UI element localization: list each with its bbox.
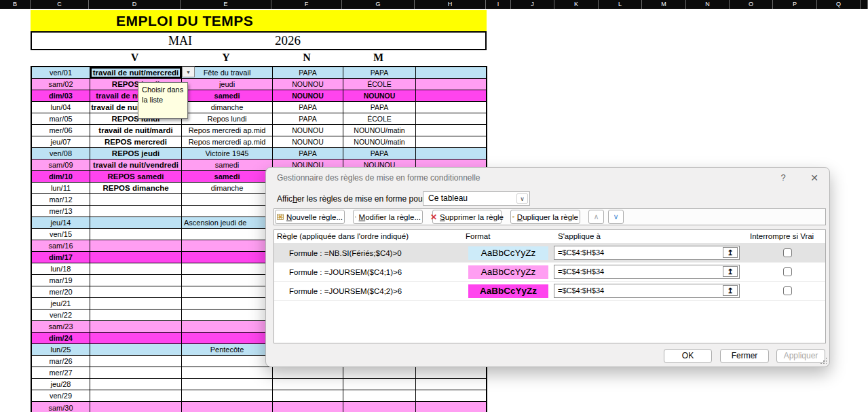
edit-rule-button[interactable]: Modifier la règle...: [353, 210, 423, 224]
apply-button[interactable]: Appliquer: [776, 349, 825, 363]
cell-h-mer-27[interactable]: [416, 367, 486, 378]
cell-day-ven-22[interactable]: ven/22: [32, 310, 90, 320]
cell-note-ven-08[interactable]: Victoire 1945: [182, 148, 273, 159]
cell-note-mer-13[interactable]: [182, 206, 273, 217]
cell-note-sam-09[interactable]: samedi: [182, 160, 273, 170]
cell-shift-jeu-21[interactable]: [90, 298, 182, 309]
cell-day-jeu-14[interactable]: jeu/14: [32, 217, 90, 228]
cell-shift-dim-17[interactable]: [90, 252, 182, 263]
cell-day-ven-15[interactable]: ven/15: [32, 229, 90, 240]
cell-h-jeu-28[interactable]: [416, 379, 486, 390]
cell-day-dim-24[interactable]: dim/24: [32, 333, 90, 343]
cell-shift-lun-11[interactable]: REPOS dimanche: [90, 183, 182, 193]
stop-if-true-checkbox[interactable]: [783, 267, 792, 276]
applies-to-input[interactable]: =$C$4:$H$34↥: [554, 246, 740, 260]
cell-day-lun-18[interactable]: lun/18: [32, 263, 90, 274]
cell-h-mer-06[interactable]: [416, 125, 486, 136]
column-header-B[interactable]: B: [0, 0, 31, 9]
cell-m-ven-08[interactable]: PAPA: [343, 148, 416, 159]
cell-note-mar-19[interactable]: [182, 275, 273, 286]
cell-shift-sam-23[interactable]: [90, 321, 182, 332]
cell-note-ven-15[interactable]: [182, 229, 273, 240]
cell-shift-mar-19[interactable]: [90, 275, 182, 286]
cell-h-ven-01[interactable]: [416, 67, 486, 78]
cell-n-dim-03[interactable]: NOUNOU: [273, 90, 343, 101]
cell-day-mar-05[interactable]: mar/05: [32, 113, 90, 124]
column-header-Q[interactable]: Q: [817, 0, 861, 9]
cell-note-mar-26[interactable]: [182, 356, 273, 367]
cell-day-sam-23[interactable]: sam/23: [32, 321, 90, 332]
delete-rule-button[interactable]: ✕ Supprimer la règle: [432, 210, 502, 224]
cell-day-mar-26[interactable]: mar/26: [32, 356, 90, 367]
move-rule-up-button[interactable]: ∧: [588, 210, 604, 224]
cell-n-mar-05[interactable]: PAPA: [273, 113, 343, 124]
cell-note-sam-30[interactable]: [182, 402, 273, 412]
cell-day-sam-30[interactable]: sam/30: [32, 402, 90, 412]
cell-m-ven-01[interactable]: PAPA: [343, 67, 416, 78]
move-rule-down-button[interactable]: ∨: [608, 210, 624, 224]
cell-h-ven-08[interactable]: [416, 148, 486, 159]
cell-shift-sam-09[interactable]: travail de nuit/vendredi: [90, 160, 182, 170]
column-header-L[interactable]: L: [599, 0, 642, 9]
cell-note-dim-10[interactable]: samedi: [182, 171, 273, 182]
cell-day-lun-25[interactable]: lun/25: [32, 344, 90, 355]
rule-row-3[interactable]: Formule : =JOURSEM($C4;2)>6AaBbCcYyZz=$C…: [274, 282, 825, 301]
cell-note-mer-27[interactable]: [182, 367, 273, 378]
scope-combobox[interactable]: Ce tableau ∨: [423, 191, 530, 206]
cell-note-dim-03[interactable]: samedi: [182, 90, 273, 101]
column-header-D[interactable]: D: [89, 0, 181, 9]
month-cell[interactable]: MAI: [89, 33, 271, 49]
cell-dropdown-button[interactable]: ▼: [182, 67, 195, 77]
column-header-N[interactable]: N: [686, 0, 730, 9]
year-cell[interactable]: 2026: [275, 33, 301, 49]
column-header-J[interactable]: J: [511, 0, 554, 9]
cell-h-sam-30[interactable]: [416, 402, 486, 412]
applies-to-input[interactable]: =$C$4:$H$34↥: [554, 265, 740, 279]
column-header-I[interactable]: I: [486, 0, 511, 9]
cell-m-dim-03[interactable]: NOUNOU: [343, 90, 416, 101]
close-icon[interactable]: ✕: [808, 171, 821, 185]
new-rule-button[interactable]: Nouvelle règle...: [275, 210, 345, 224]
cell-day-dim-10[interactable]: dim/10: [32, 171, 90, 182]
cell-n-jeu-28[interactable]: [273, 379, 343, 390]
cell-m-sam-02[interactable]: ÉCOLE: [343, 79, 416, 90]
cell-note-jeu-07[interactable]: Repos mercredi ap.mid: [182, 136, 273, 147]
cell-note-mar-05[interactable]: Repos lundi: [182, 113, 273, 124]
close-button[interactable]: Fermer: [720, 349, 769, 363]
cell-day-jeu-28[interactable]: jeu/28: [32, 379, 90, 390]
cell-shift-mar-26[interactable]: [90, 356, 182, 367]
cell-h-dim-03[interactable]: [416, 90, 486, 101]
cell-day-mar-12[interactable]: mar/12: [32, 194, 90, 205]
cell-day-sam-16[interactable]: sam/16: [32, 240, 90, 251]
cell-note-dim-24[interactable]: [182, 333, 273, 343]
cell-m-mer-27[interactable]: [343, 367, 416, 378]
cell-note-jeu-21[interactable]: [182, 298, 273, 309]
cell-note-sam-02[interactable]: jeudi: [182, 79, 273, 90]
column-header-M[interactable]: M: [642, 0, 686, 9]
column-header-O[interactable]: O: [730, 0, 773, 9]
cell-n-mer-06[interactable]: NOUNOU: [273, 125, 343, 136]
cell-m-jeu-07[interactable]: NOUNOU/matin: [343, 136, 416, 147]
column-header-G[interactable]: G: [342, 0, 415, 9]
cell-shift-mer-20[interactable]: [90, 286, 182, 297]
cell-note-ven-01[interactable]: Fête du travail: [182, 67, 273, 78]
ok-button[interactable]: OK: [664, 349, 712, 363]
column-header-C[interactable]: C: [31, 0, 89, 9]
cell-day-sam-02[interactable]: sam/02: [32, 79, 90, 90]
cell-m-jeu-28[interactable]: [343, 379, 416, 390]
cell-note-ven-22[interactable]: [182, 310, 273, 320]
cell-shift-sam-30[interactable]: [90, 402, 182, 412]
help-icon[interactable]: ?: [777, 172, 789, 184]
cell-day-mer-20[interactable]: mer/20: [32, 286, 90, 297]
cell-shift-dim-10[interactable]: REPOS samedi: [90, 171, 182, 182]
cell-n-ven-29[interactable]: [273, 390, 343, 401]
range-picker-icon[interactable]: ↥: [723, 266, 738, 277]
cell-shift-mar-12[interactable]: [90, 194, 182, 205]
column-header-F[interactable]: F: [271, 0, 342, 9]
cell-day-sam-09[interactable]: sam/09: [32, 160, 90, 170]
cell-note-lun-18[interactable]: [182, 263, 273, 274]
cell-m-mer-06[interactable]: NOUNOU/matin: [343, 125, 416, 136]
cell-m-ven-29[interactable]: [343, 390, 416, 401]
cell-h-sam-02[interactable]: [416, 79, 486, 90]
cell-shift-sam-16[interactable]: [90, 240, 182, 251]
